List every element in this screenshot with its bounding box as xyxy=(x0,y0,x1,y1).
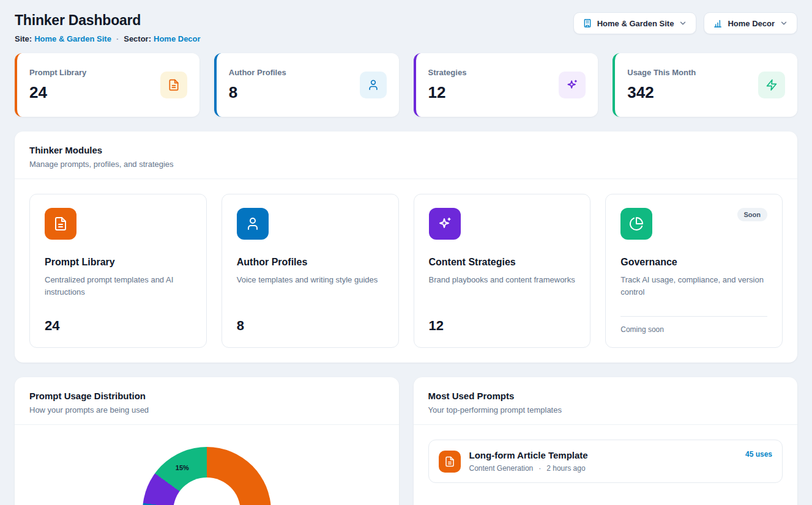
modules-subtitle: Manage prompts, profiles, and strategies xyxy=(29,160,783,169)
user-icon xyxy=(237,208,269,240)
module-description: Centralized prompt templates and AI inst… xyxy=(45,274,192,298)
stat-label: Usage This Month xyxy=(627,68,696,77)
meta-separator: · xyxy=(538,464,541,473)
breadcrumb: Site:Home & Garden Site·Sector:Home Deco… xyxy=(15,34,201,43)
module-count: 8 xyxy=(237,308,384,334)
sector-selector-dropdown[interactable]: Home Decor xyxy=(704,12,797,34)
stat-label: Prompt Library xyxy=(29,68,86,77)
module-card-governance[interactable]: Soon Governance Track AI usage, complian… xyxy=(605,194,783,348)
prompt-uses-badge: 45 uses xyxy=(745,450,772,459)
module-description: Brand playbooks and content frameworks xyxy=(429,274,576,286)
modules-header: Thinker Modules Manage prompts, profiles… xyxy=(15,131,797,179)
dashboard-page: Thinker Dashboard Site:Home & Garden Sit… xyxy=(0,0,812,505)
stat-card-usage: Usage This Month 342 xyxy=(613,53,797,117)
most-used-prompts-panel: Most Used Prompts Your top-performing pr… xyxy=(414,377,798,505)
prompts-list: Long-form Article Template Content Gener… xyxy=(414,425,798,498)
stat-value: 342 xyxy=(627,83,696,102)
sparkle-star-icon xyxy=(429,208,461,240)
module-card-author-profiles[interactable]: Author Profiles Voice templates and writ… xyxy=(222,194,399,348)
header-selectors: Home & Garden Site Home Decor xyxy=(573,12,797,34)
page-header: Thinker Dashboard Site:Home & Garden Sit… xyxy=(15,12,797,43)
sector-link[interactable]: Home Decor xyxy=(154,34,201,43)
stat-value: 8 xyxy=(229,83,286,102)
most-used-header: Most Used Prompts Your top-performing pr… xyxy=(414,377,798,425)
module-description: Track AI usage, compliance, and version … xyxy=(620,274,767,298)
modules-title: Thinker Modules xyxy=(29,145,783,155)
document-icon xyxy=(160,72,187,98)
pie-chart-icon xyxy=(620,208,652,240)
module-title: Content Strategies xyxy=(429,257,576,268)
modules-grid: Prompt Library Centralized prompt templa… xyxy=(15,179,797,363)
site-selector-dropdown[interactable]: Home & Garden Site xyxy=(573,12,697,34)
module-title: Prompt Library xyxy=(45,257,192,268)
thinker-modules-panel: Thinker Modules Manage prompts, profiles… xyxy=(15,131,797,363)
bottom-row: Prompt Usage Distribution How your promp… xyxy=(15,377,797,505)
chevron-down-icon xyxy=(780,19,788,28)
module-title: Author Profiles xyxy=(237,257,384,268)
usage-chart-area: 15% xyxy=(15,425,399,505)
stat-label: Strategies xyxy=(428,68,467,77)
module-card-prompt-library[interactable]: Prompt Library Centralized prompt templa… xyxy=(29,194,207,348)
most-used-title: Most Used Prompts xyxy=(428,391,783,401)
usage-header: Prompt Usage Distribution How your promp… xyxy=(15,377,399,425)
module-description: Voice templates and writing style guides xyxy=(237,274,384,286)
stat-card-prompt-library: Prompt Library 24 xyxy=(15,53,199,117)
module-card-content-strategies[interactable]: Content Strategies Brand playbooks and c… xyxy=(414,194,591,348)
stat-card-strategies: Strategies 12 xyxy=(414,53,598,117)
bar-chart-icon xyxy=(713,18,723,28)
building-icon xyxy=(583,18,592,28)
prompt-category: Content Generation xyxy=(469,464,534,473)
stat-value: 24 xyxy=(29,83,86,102)
stat-label: Author Profiles xyxy=(229,68,286,77)
module-title: Governance xyxy=(620,257,767,268)
usage-donut: 15% xyxy=(143,447,271,505)
lightning-icon xyxy=(758,72,785,98)
module-count: 24 xyxy=(45,308,192,334)
site-selector-label: Home & Garden Site xyxy=(597,19,674,28)
stat-card-author-profiles: Author Profiles 8 xyxy=(214,53,399,117)
page-title: Thinker Dashboard xyxy=(15,12,201,29)
most-used-subtitle: Your top-performing prompt templates xyxy=(428,405,783,415)
header-left: Thinker Dashboard Site:Home & Garden Sit… xyxy=(15,12,201,43)
module-count: 12 xyxy=(429,308,576,334)
sparkle-star-icon xyxy=(559,72,586,98)
usage-subtitle: How your prompts are being used xyxy=(29,405,384,415)
donut-segment-label: 15% xyxy=(176,464,189,471)
prompt-time: 2 hours ago xyxy=(546,464,585,473)
list-item-prompt[interactable]: Long-form Article Template Content Gener… xyxy=(428,440,783,483)
site-link[interactable]: Home & Garden Site xyxy=(34,34,111,43)
user-icon xyxy=(360,72,387,98)
chevron-down-icon xyxy=(679,19,687,28)
breadcrumb-separator: · xyxy=(116,34,119,43)
stat-value: 12 xyxy=(428,83,467,102)
coming-soon-text: Coming soon xyxy=(620,316,767,334)
document-icon xyxy=(45,208,76,240)
usage-distribution-panel: Prompt Usage Distribution How your promp… xyxy=(15,377,399,505)
usage-title: Prompt Usage Distribution xyxy=(29,391,384,401)
site-label: Site: xyxy=(15,34,32,43)
prompt-title: Long-form Article Template xyxy=(469,450,737,460)
sector-label: Sector: xyxy=(124,34,151,43)
sector-selector-label: Home Decor xyxy=(728,19,775,28)
soon-badge: Soon xyxy=(737,208,768,221)
stats-row: Prompt Library 24 Author Profiles 8 Stra… xyxy=(15,53,797,117)
document-icon xyxy=(439,451,461,473)
